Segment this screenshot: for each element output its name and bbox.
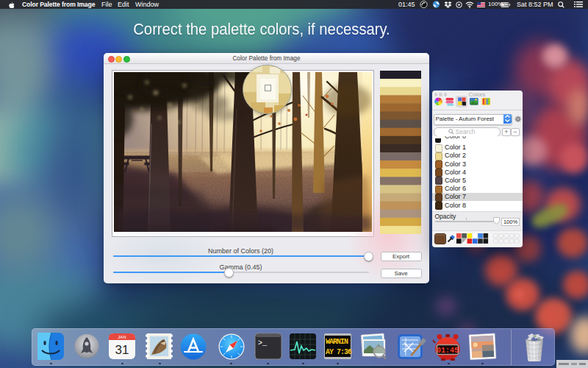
svg-text:WARNIN: WARNIN	[326, 338, 348, 346]
svg-text:01:45: 01:45	[437, 347, 459, 355]
svg-text:>_: >_	[258, 339, 268, 347]
svg-text:JAN: JAN	[118, 335, 126, 339]
svg-text:\u26a1: \u26a1	[503, 3, 511, 7]
svg-text:AY 7:36: AY 7:36	[326, 348, 352, 356]
svg-text:31: 31	[115, 343, 129, 357]
